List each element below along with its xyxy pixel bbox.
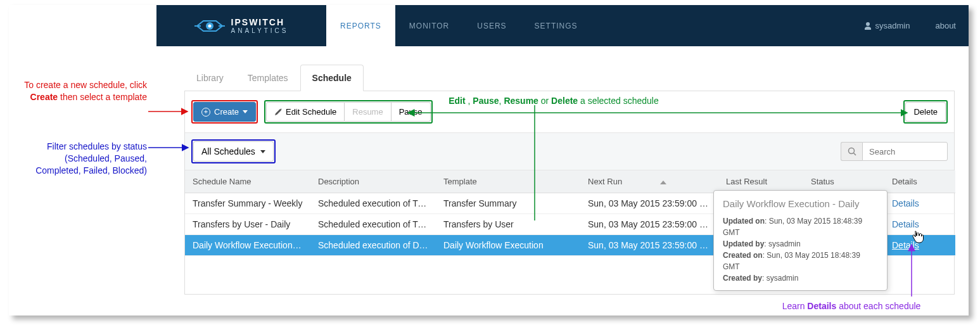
caret-down-icon [260, 150, 265, 153]
delete-button[interactable]: Delete [905, 102, 946, 122]
cell-next: Sun, 03 May 2015 23:59:00 GMT [580, 193, 718, 214]
annotation-details: Learn Details about each schedule [756, 300, 946, 312]
brand-line1: IPSWITCH [231, 17, 289, 27]
svg-point-4 [848, 148, 854, 154]
filter-dropdown[interactable]: All Schedules [193, 141, 274, 162]
create-highlight: + Create [191, 100, 258, 124]
filter-label: All Schedules [201, 146, 255, 156]
cell-template: Daily Workflow Execution [436, 235, 580, 256]
search-button[interactable] [841, 142, 862, 161]
nav-settings[interactable]: SETTINGS [521, 5, 592, 46]
cell-template: Transfer Summary [436, 193, 580, 214]
edit-schedule-button[interactable]: Edit Schedule [266, 102, 345, 122]
create-label: Create [214, 107, 239, 117]
plus-icon: + [201, 108, 210, 117]
user-icon [864, 22, 872, 30]
brand-line2: ANALYTICS [231, 27, 289, 34]
col-details[interactable]: Details [884, 170, 944, 193]
tab-library[interactable]: Library [184, 65, 236, 91]
cell-name: Transfers by User - Daily [185, 214, 310, 235]
pencil-icon [274, 108, 282, 116]
cell-name: Daily Workflow Execution - D… [185, 235, 310, 256]
col-description[interactable]: Description [310, 170, 436, 193]
tab-schedule[interactable]: Schedule [300, 65, 364, 91]
filter-highlight: All Schedules [191, 139, 276, 163]
search-icon [848, 147, 856, 156]
cell-next: Sun, 03 May 2015 23:59:00 GMT [580, 235, 718, 256]
search [841, 142, 948, 161]
cell-desc: Scheduled execution of Tran… [310, 193, 436, 214]
annotation-create: To create a new schedule, click Create t… [20, 79, 147, 103]
details-tooltip: Daily Workflow Execution - Daily Updated… [713, 190, 888, 291]
nav-about[interactable]: about [922, 21, 969, 30]
search-input[interactable] [862, 142, 948, 161]
tab-templates[interactable]: Templates [236, 65, 300, 91]
nav-reports[interactable]: REPORTS [326, 5, 395, 46]
annotation-actions: Edit , Pause, Resume or Delete a selecte… [402, 95, 706, 107]
nav-monitor[interactable]: MONITOR [395, 5, 463, 46]
edit-label: Edit Schedule [286, 107, 336, 117]
col-next-run[interactable]: Next Run [580, 170, 718, 193]
nav-user-label: sysadmin [875, 21, 910, 30]
cell-desc: Scheduled execution of Daily… [310, 235, 436, 256]
brand-logo: IPSWITCH ANALYTICS [156, 5, 326, 46]
nav-user[interactable]: sysadmin [851, 21, 923, 30]
nav-users[interactable]: USERS [463, 5, 520, 46]
cell-next: Sun, 03 May 2015 23:59:00 GMT [580, 214, 718, 235]
sort-asc-icon [660, 181, 666, 184]
cell-desc: Scheduled execution of Tran… [310, 214, 436, 235]
filter-row: All Schedules [185, 132, 954, 170]
svg-point-1 [208, 24, 211, 27]
delete-highlight: Delete [903, 100, 948, 124]
col-schedule-name[interactable]: Schedule Name [185, 170, 310, 193]
resume-button[interactable]: Resume [345, 102, 391, 122]
details-link[interactable]: Details [892, 198, 919, 208]
annotation-filter: Filter schedules by status (Scheduled, P… [20, 141, 147, 177]
top-nav: IPSWITCH ANALYTICS REPORTS MONITOR USERS… [9, 5, 969, 46]
create-button[interactable]: + Create [193, 102, 256, 122]
caret-down-icon [243, 110, 248, 113]
svg-line-5 [853, 153, 856, 156]
col-template[interactable]: Template [436, 170, 580, 193]
tooltip-title: Daily Workflow Execution - Daily [723, 197, 878, 212]
cell-name: Transfer Summary - Weekly [185, 193, 310, 214]
details-link[interactable]: Details [892, 219, 919, 229]
cell-template: Transfers by User [436, 214, 580, 235]
details-link[interactable]: Details [892, 240, 919, 250]
subtabs: Library Templates Schedule [184, 46, 955, 91]
logo-icon [194, 15, 225, 37]
